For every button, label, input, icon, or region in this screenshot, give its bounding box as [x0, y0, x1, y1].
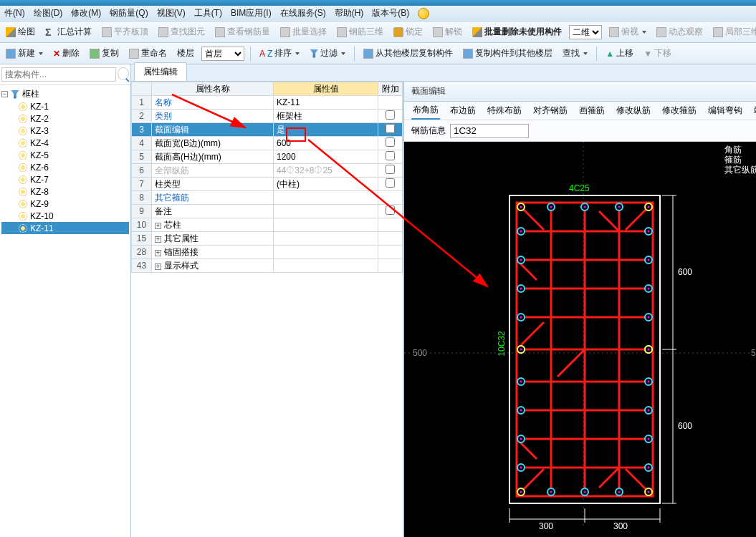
viewsteel-button[interactable]: 查看钢筋量 — [212, 24, 273, 39]
tab-corner[interactable]: 布角筋 — [411, 102, 440, 120]
svg-point-53 — [648, 259, 650, 261]
gear-icon — [19, 115, 27, 123]
view-mode-combo[interactable]: 二维 — [569, 25, 602, 39]
dyn-button[interactable]: 动态观察 — [654, 24, 706, 39]
extra-checkbox[interactable] — [386, 151, 395, 160]
dim-b2: 300 — [613, 521, 628, 531]
tree-item-KZ-4[interactable]: KZ-4 — [1, 137, 129, 149]
rebar-info-label: 钢筋信息 — [411, 125, 446, 137]
prop-row[interactable]: 5截面高(H边)(mm)1200 — [132, 150, 403, 164]
tree-item-KZ-10[interactable]: KZ-10 — [1, 210, 129, 222]
extra-checkbox[interactable] — [386, 178, 395, 188]
tree-item-KZ-2[interactable]: KZ-2 — [1, 112, 129, 125]
prop-row[interactable]: 10+芯柱 — [132, 218, 403, 232]
batch-button[interactable]: 批量选择 — [277, 24, 330, 39]
batchdel-button[interactable]: 批量删除未使用构件 — [469, 24, 565, 39]
menu-modify[interactable]: 修改(M) — [71, 7, 101, 19]
prop-row[interactable]: 8其它箍筋 — [132, 191, 403, 205]
collapse-icon[interactable]: − — [1, 91, 8, 97]
lock-button[interactable]: 锁定 — [391, 24, 426, 39]
prop-row[interactable]: 15+其它属性 — [132, 232, 403, 246]
face-icon[interactable] — [418, 8, 429, 19]
batch-icon — [280, 27, 290, 37]
menu-draw[interactable]: 绘图(D) — [34, 7, 63, 19]
prop-row[interactable]: 43+显示样式 — [132, 259, 403, 273]
tab-edge[interactable]: 布边筋 — [449, 102, 477, 119]
floor-combo[interactable]: 首层 — [201, 47, 244, 61]
prop-row[interactable]: 6全部纵筋44⏀32+8⏀25 — [132, 164, 403, 178]
prop-row[interactable]: 3截面编辑是 — [132, 123, 403, 137]
tree-item-KZ-6[interactable]: KZ-6 — [1, 161, 129, 173]
tree-item-KZ-7[interactable]: KZ-7 — [1, 173, 129, 185]
copyfrom-button[interactable]: 从其他楼层复制构件 — [360, 46, 456, 61]
flat-button[interactable]: 平齐板顶 — [99, 24, 151, 39]
extra-checkbox[interactable] — [386, 110, 395, 120]
tab-align[interactable]: 对齐钢筋 — [532, 102, 569, 119]
menu-view[interactable]: 视图(V) — [157, 7, 186, 19]
sum-button[interactable]: Σ汇总计算 — [42, 24, 95, 39]
filter-button[interactable]: 过滤 — [307, 46, 348, 61]
extra-checkbox[interactable] — [386, 165, 395, 174]
extra-checkbox[interactable] — [386, 205, 395, 215]
prop-row[interactable]: 7柱类型(中柱) — [132, 178, 403, 191]
down-button[interactable]: ▼下移 — [641, 46, 674, 61]
filter-icon — [310, 49, 318, 58]
menu-online[interactable]: 在线服务(S) — [280, 7, 326, 19]
tree-item-KZ-8[interactable]: KZ-8 — [1, 185, 129, 198]
draw-button[interactable]: 绘图 — [3, 24, 38, 39]
rebar-info-input[interactable] — [450, 124, 529, 138]
menu-file[interactable]: 件(N) — [4, 7, 25, 19]
tab-special[interactable]: 特殊布筋 — [486, 102, 523, 119]
tab-end[interactable]: 端头 — [752, 102, 756, 119]
prop-row[interactable]: 9备注 — [132, 205, 403, 218]
tab-property-edit[interactable]: 属性编辑 — [134, 62, 187, 81]
unlock-button[interactable]: 解锁 — [430, 24, 465, 39]
sort-button[interactable]: AZ排序 — [257, 46, 302, 61]
up-button[interactable]: ▲上移 — [603, 46, 636, 61]
tab-drawstirrup[interactable]: 画箍筋 — [578, 102, 606, 119]
local3d-button[interactable]: 局部三维 — [710, 24, 756, 39]
extra-checkbox[interactable] — [386, 124, 395, 133]
new-button[interactable]: 新建 — [3, 46, 46, 61]
unlock-icon — [433, 27, 443, 37]
find-button[interactable]: 查找图元 — [155, 24, 208, 39]
property-grid: 属性名称 属性值 附加 1名称KZ-112类别框架柱3截面编辑是4截面宽(B边)… — [131, 82, 403, 537]
tab-modstir[interactable]: 修改箍筋 — [661, 102, 698, 119]
del-button[interactable]: ✕删除 — [50, 46, 82, 61]
search-input[interactable] — [1, 67, 116, 82]
menu-bim[interactable]: BIM应用(I) — [231, 7, 272, 19]
tree-root[interactable]: − 框柱 — [1, 88, 129, 100]
prop-row[interactable]: 2类别框架柱 — [132, 110, 403, 123]
menu-help[interactable]: 帮助(H) — [335, 7, 364, 19]
tree[interactable]: − 框柱 KZ-1KZ-2KZ-3KZ-4KZ-5KZ-6KZ-7KZ-8KZ-… — [0, 85, 130, 537]
svg-point-73 — [648, 410, 650, 412]
menu-tools[interactable]: 工具(T) — [194, 7, 222, 19]
tree-item-KZ-11[interactable]: KZ-11 — [1, 222, 129, 234]
flat-icon — [102, 27, 112, 37]
copyto-button[interactable]: 复制构件到其他楼层 — [460, 46, 555, 61]
copy-button[interactable]: 复制 — [87, 46, 122, 61]
section-editor-title: 截面编辑 — [404, 82, 756, 102]
prop-row[interactable]: 28+锚固搭接 — [132, 246, 403, 259]
search-icon[interactable] — [118, 67, 129, 80]
rename-button[interactable]: 重命名 — [126, 46, 170, 61]
gear-icon — [19, 175, 27, 184]
tree-item-KZ-5[interactable]: KZ-5 — [1, 149, 129, 161]
find2-button[interactable]: 查找 — [560, 46, 590, 61]
dim-top: 4C25 — [569, 183, 590, 193]
prop-row[interactable]: 4截面宽(B边)(mm)600 — [132, 137, 403, 150]
tab-hook[interactable]: 编辑弯钩 — [707, 102, 744, 119]
tree-item-KZ-1[interactable]: KZ-1 — [1, 100, 129, 112]
menu-steel[interactable]: 钢筋量(Q) — [110, 7, 148, 19]
extra-checkbox[interactable] — [386, 137, 395, 147]
tree-item-KZ-9[interactable]: KZ-9 — [1, 198, 129, 210]
menu-version[interactable]: 版本号(B) — [372, 7, 409, 19]
steel3d-button[interactable]: 钢筋三维 — [334, 24, 386, 39]
svg-point-35 — [584, 206, 586, 208]
tab-modlong[interactable]: 修改纵筋 — [615, 102, 652, 119]
prop-row[interactable]: 1名称KZ-11 — [132, 96, 403, 110]
topview-button[interactable]: 俯视 — [606, 24, 649, 39]
tree-item-KZ-3[interactable]: KZ-3 — [1, 125, 129, 137]
dim-lmark: 500 — [413, 348, 427, 358]
section-canvas[interactable]: 角筋 4C3 箍筋 C10 其它纵筋 20C 4C25 10C32 600 60… — [404, 142, 756, 537]
